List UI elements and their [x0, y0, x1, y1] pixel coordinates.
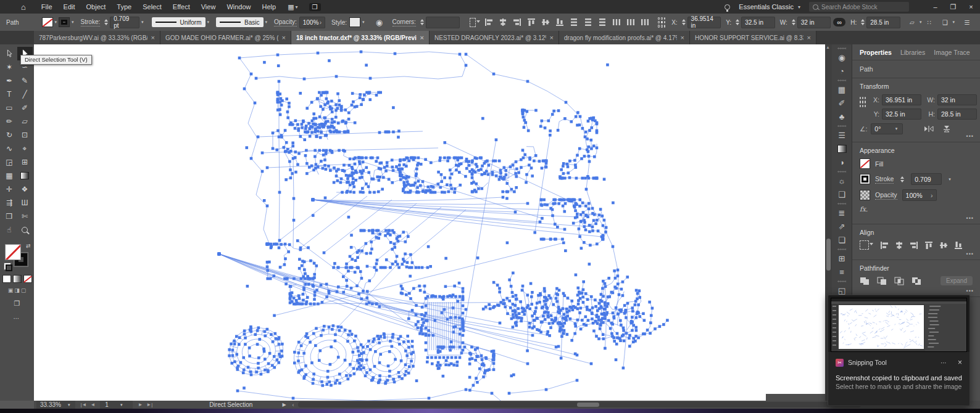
tab-close-icon[interactable]: ×: [807, 34, 811, 41]
column-graph-tool[interactable]: Ш: [17, 196, 33, 210]
fill-proxy[interactable]: [5, 244, 21, 260]
horizontal-scroll-thumb[interactable]: [577, 403, 599, 407]
dock-drag-handle[interactable]: [837, 248, 846, 250]
stroke-swatch[interactable]: [860, 174, 870, 184]
reference-point-icon[interactable]: [658, 17, 665, 28]
tab-close-icon[interactable]: ×: [420, 34, 424, 41]
fx-button[interactable]: fx.: [860, 205, 973, 213]
artboards-panel-icon[interactable]: ❏: [832, 233, 852, 247]
dock-drag-handle[interactable]: [837, 125, 846, 127]
artboard-tool[interactable]: ❒: [2, 210, 17, 223]
pen-tool[interactable]: ✒: [2, 74, 17, 88]
pathfinder-exclude-icon[interactable]: [911, 277, 921, 285]
stroke-stepper[interactable]: [104, 19, 108, 25]
stroke-weight-chevron-icon[interactable]: ▾: [141, 20, 144, 25]
panel-menu-icon[interactable]: ☰: [961, 16, 973, 28]
isolate-chevron-icon[interactable]: ▾: [952, 20, 955, 25]
expand-button[interactable]: Expand: [941, 276, 973, 285]
w-stepper[interactable]: [792, 19, 795, 25]
opacity-link[interactable]: Opacity: [875, 191, 897, 200]
dock-drag-handle[interactable]: [837, 171, 846, 173]
type-tool[interactable]: T: [2, 88, 17, 101]
pathfinder-more-options-icon[interactable]: •••: [966, 288, 974, 294]
document-tab-active[interactable]: 18 inch tractor.dxf* @ 33.33% (RGB/Previ…: [291, 31, 430, 44]
distribute-v-bottom-icon[interactable]: [598, 18, 607, 27]
align-more-options-icon[interactable]: •••: [966, 251, 974, 257]
gradient-panel-icon[interactable]: [832, 142, 852, 155]
y-field[interactable]: 32.5 in: [882, 108, 921, 120]
menu-help[interactable]: Help: [257, 3, 282, 10]
rotate-tool[interactable]: ↻: [2, 128, 17, 142]
mesh-tool[interactable]: ▦: [2, 169, 17, 182]
layers-panel-icon[interactable]: ≣: [832, 206, 852, 219]
pathfinder-unite-icon[interactable]: [860, 277, 870, 285]
align-right-icon[interactable]: [513, 18, 521, 27]
corners-field[interactable]: [426, 17, 460, 28]
perspective-grid-tool[interactable]: ⊞: [17, 155, 33, 169]
zoom-tool[interactable]: [17, 223, 33, 237]
distribute-v-center-icon[interactable]: [584, 18, 592, 27]
flip-horizontal-icon[interactable]: [924, 125, 934, 133]
color-panel-icon[interactable]: ◉: [832, 51, 852, 64]
draw-behind-icon[interactable]: ◨: [14, 287, 20, 293]
brush-definition[interactable]: Basic: [216, 17, 263, 27]
align-left-icon[interactable]: [484, 18, 493, 27]
fill-stroke-proxy[interactable]: ⇄: [4, 243, 31, 270]
transform-more-options-icon[interactable]: •••: [966, 133, 974, 139]
horizontal-scrollbar[interactable]: [298, 402, 861, 407]
tab-properties[interactable]: Properties: [860, 49, 892, 56]
hand-tool[interactable]: ☝: [2, 223, 17, 237]
export-panel-icon[interactable]: ⇗: [832, 219, 852, 233]
angle-field[interactable]: 0°▾: [871, 123, 903, 134]
draw-inside-icon[interactable]: ▢: [21, 287, 27, 293]
last-artboard-icon[interactable]: ►|: [146, 402, 152, 407]
shear-chevron-icon[interactable]: ▾: [920, 20, 922, 25]
fill-chevron-icon[interactable]: ▾: [55, 20, 57, 25]
tab-close-icon[interactable]: ×: [550, 34, 554, 41]
select-similar-icon[interactable]: [470, 18, 476, 27]
distribute-h-left-icon[interactable]: [612, 18, 621, 27]
shaper-tool[interactable]: ✏: [2, 115, 17, 128]
edit-toolbar-icon[interactable]: ⋯: [14, 315, 21, 322]
x-field[interactable]: 36.9514 in: [687, 17, 721, 28]
graphic-styles-panel-icon[interactable]: ❑: [832, 187, 852, 201]
slice-tool[interactable]: ✄: [17, 210, 33, 223]
transform-panel-icon[interactable]: ⊞: [832, 251, 852, 265]
symbol-sprayer-tool[interactable]: ⇶: [2, 196, 17, 210]
menu-object[interactable]: Object: [81, 3, 112, 10]
artwork-canvas[interactable]: [34, 44, 825, 401]
h-stepper[interactable]: [861, 19, 865, 25]
isolate-mode-icon[interactable]: ❑: [939, 16, 950, 28]
h-field[interactable]: 28.5 in: [937, 108, 977, 120]
swatches-panel-icon[interactable]: ▦: [832, 83, 852, 96]
graphic-style-swatch[interactable]: [349, 17, 360, 27]
tab-image-trace[interactable]: Image Trace: [934, 49, 970, 56]
stroke-weight-chevron-icon[interactable]: ▾: [949, 177, 951, 182]
stroke-weight-field[interactable]: 0.709 pt: [110, 17, 139, 28]
notification-close-icon[interactable]: ×: [958, 358, 962, 367]
line-segment-tool[interactable]: ╱: [17, 88, 33, 101]
menu-type[interactable]: Type: [111, 3, 137, 10]
eyedropper-tool[interactable]: ✛: [2, 182, 17, 196]
arrange-documents-icon[interactable]: ▦: [288, 3, 294, 11]
align-h-center-icon[interactable]: [499, 18, 507, 27]
align-right-icon[interactable]: [910, 241, 918, 250]
flip-vertical-icon[interactable]: [942, 125, 952, 133]
free-transform-tool[interactable]: ⊡: [17, 128, 33, 142]
menu-window[interactable]: Window: [221, 3, 256, 10]
stroke-swatch[interactable]: [59, 17, 70, 27]
align-panel-icon[interactable]: ≡: [832, 265, 852, 279]
style-chevron-icon[interactable]: ▾: [362, 20, 365, 25]
selection-tool[interactable]: [2, 47, 17, 60]
pathfinder-minus-front-icon[interactable]: [877, 277, 887, 285]
vertical-scroll-thumb[interactable]: [826, 239, 831, 271]
align-h-center-icon[interactable]: [895, 241, 903, 250]
paintbrush-tool[interactable]: ✐: [17, 101, 33, 115]
y-field[interactable]: 32.5 in: [741, 17, 775, 28]
corners-stepper[interactable]: [420, 19, 424, 25]
color-guide-panel-icon[interactable]: ◔: [832, 64, 852, 78]
menu-view[interactable]: View: [196, 3, 222, 10]
tab-close-icon[interactable]: ×: [282, 34, 286, 41]
gradient-tool[interactable]: [17, 169, 33, 182]
distribute-h-right-icon[interactable]: [641, 18, 649, 27]
